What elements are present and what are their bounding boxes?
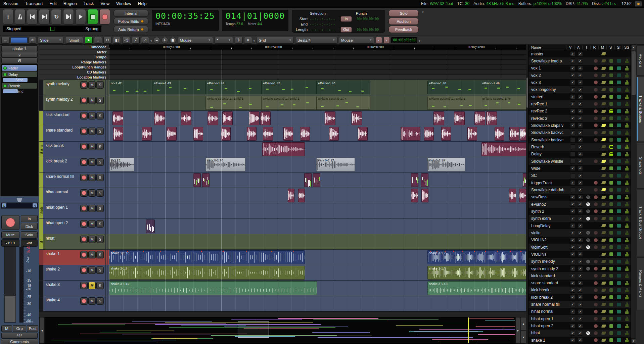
lock-icon[interactable]: [625, 123, 629, 128]
track-resize-handle[interactable]: [104, 265, 109, 280]
table-row-hihat-normal[interactable]: hihat normal✓✓: [528, 308, 631, 315]
table-row-Wide[interactable]: Wide✓✓: [528, 165, 631, 172]
mute-button[interactable]: M: [88, 97, 96, 104]
track-header-snare-normal-fill[interactable]: snare normal fillMS: [39, 173, 109, 188]
track-lane-shake-3[interactable]: shake 3-1.12shake 3-1.13: [109, 281, 526, 296]
active-checkbox[interactable]: ✓: [577, 309, 584, 314]
visible-checkbox[interactable]: ✓: [569, 80, 577, 85]
rec-state-icon[interactable]: [594, 188, 598, 192]
visible-checkbox[interactable]: ✓: [569, 195, 577, 200]
table-row-VIOLIN2[interactable]: VIOLIN2✓✓: [528, 237, 631, 244]
mute-button[interactable]: M: [88, 220, 96, 228]
monitor-disk-button[interactable]: Disk: [21, 223, 38, 230]
solo-isolate-icon[interactable]: [617, 81, 621, 84]
table-row-master[interactable]: master✓✓: [528, 50, 631, 57]
tab-tracks-busses[interactable]: Tracks & Busses: [636, 77, 644, 141]
solo-isolate-icon[interactable]: [617, 59, 621, 63]
group-label-hihats[interactable]: hihats: [39, 188, 43, 234]
track-resize-handle[interactable]: [104, 80, 109, 95]
active-checkbox[interactable]: ✓: [577, 195, 584, 200]
lock-icon[interactable]: [625, 109, 629, 113]
rec-state-icon[interactable]: [594, 159, 598, 163]
mute-state-icon[interactable]: [601, 167, 606, 170]
track-header-kick-break[interactable]: kick breakMS: [39, 142, 109, 157]
region[interactable]: [298, 189, 305, 202]
visible-checkbox[interactable]: ✓: [569, 309, 577, 314]
mute-button[interactable]: M: [88, 174, 96, 181]
column-header-m[interactable]: M: [598, 45, 606, 49]
table-row-Snowflake-backvc[interactable]: Snowflake backvc✓: [528, 136, 631, 143]
solo-state-icon[interactable]: [609, 310, 613, 313]
lock-icon[interactable]: [625, 102, 629, 106]
record-enable-button[interactable]: [80, 81, 88, 89]
region-ePiano-1.46[interactable]: ePiano-1.46: [316, 81, 370, 94]
solo-isolate-icon[interactable]: [617, 288, 621, 292]
solo-button[interactable]: S: [96, 81, 104, 89]
column-header-ss[interactable]: SS: [623, 45, 631, 49]
mute-button[interactable]: M: [88, 205, 96, 212]
tab-snapshots[interactable]: Snapshots: [636, 143, 644, 189]
visible-checkbox[interactable]: ✓: [569, 230, 577, 235]
visible-checkbox[interactable]: ✓: [569, 51, 577, 56]
mute-state-icon[interactable]: [601, 217, 606, 220]
mute-button[interactable]: M: [88, 143, 96, 150]
solo-state-icon[interactable]: [609, 95, 613, 99]
visible-checkbox[interactable]: ✓: [569, 109, 577, 114]
visible-checkbox[interactable]: [569, 173, 577, 178]
group-button[interactable]: Grp: [13, 325, 26, 332]
solo-isolate-icon[interactable]: [617, 252, 621, 256]
visible-checkbox[interactable]: ✓: [569, 288, 577, 293]
solo-isolate-icon[interactable]: [617, 224, 621, 228]
solo-button[interactable]: S: [96, 297, 104, 305]
active-checkbox[interactable]: ✓: [577, 324, 584, 329]
solo-state-icon[interactable]: [609, 174, 613, 178]
mute-state-icon[interactable]: [601, 310, 606, 313]
visible-checkbox[interactable]: ✓: [569, 324, 577, 329]
lock-icon[interactable]: [625, 324, 629, 328]
lock-icon[interactable]: [625, 116, 629, 120]
region[interactable]: [202, 173, 210, 187]
record-enable-button[interactable]: [80, 174, 88, 181]
region-sn[interactable]: sn: [329, 127, 339, 141]
region[interactable]: [421, 173, 428, 187]
edit-internal-tool-button[interactable]: ⊿: [141, 37, 149, 44]
record-enable-button[interactable]: [80, 266, 88, 274]
track-resize-handle[interactable]: [104, 111, 109, 126]
table-row-Snowflake-backvc[interactable]: Snowflake backvc✓✓: [528, 129, 631, 136]
visible-checkbox[interactable]: ✓: [569, 245, 577, 250]
table-row-synth-2[interactable]: synth 2✓✓: [528, 208, 631, 215]
strip-input-button[interactable]: 2: [1, 52, 38, 58]
rec-state-icon[interactable]: [594, 260, 598, 263]
table-row-vox-longdelay[interactable]: vox longdelay✓✓: [528, 86, 631, 93]
active-checkbox[interactable]: ✓: [577, 245, 584, 250]
mute-state-icon[interactable]: [601, 153, 606, 156]
solo-isolate-icon[interactable]: [617, 317, 621, 321]
lock-icon[interactable]: [625, 195, 629, 199]
region-sn[interactable]: sn: [441, 127, 451, 141]
transport-record-button[interactable]: [99, 9, 110, 24]
session-summary[interactable]: [45, 317, 515, 344]
edit-point-dropdown[interactable]: Mouse▼: [339, 37, 374, 44]
rec-state-icon[interactable]: [594, 310, 598, 313]
visible-checkbox[interactable]: ✓: [569, 302, 577, 307]
region[interactable]: [481, 142, 526, 156]
track-header-synth-melody[interactable]: synth melodyMS: [39, 80, 109, 95]
track-resize-handle[interactable]: [104, 188, 109, 203]
track-lane-hihat-open-2[interactable]: [109, 219, 526, 234]
region[interactable]: [523, 173, 526, 187]
solo-isolate-icon[interactable]: [617, 181, 621, 185]
panel-scrollbar[interactable]: ▲ ▼: [631, 45, 636, 344]
track-name[interactable]: hihat: [43, 234, 80, 249]
region[interactable]: [146, 219, 155, 233]
table-row-Snowflake-lead-p[interactable]: Snowflake lead p✓✓: [528, 57, 631, 64]
solo-button[interactable]: S: [96, 266, 104, 274]
draw-tool-button[interactable]: ╱: [132, 37, 140, 44]
table-row-Snowflake-whistle[interactable]: Snowflake whistle✓: [528, 158, 631, 165]
solo-button[interactable]: S: [96, 205, 104, 212]
track-header-hihat-open-2[interactable]: hihat open 2MS: [39, 219, 109, 234]
active-checkbox[interactable]: ✓: [577, 137, 584, 142]
track-name[interactable]: snare normal fill: [43, 173, 80, 188]
track-lane-snare-normal-fill[interactable]: [109, 173, 526, 188]
visible-checkbox[interactable]: ✓: [569, 266, 577, 271]
lock-icon[interactable]: [625, 174, 629, 178]
